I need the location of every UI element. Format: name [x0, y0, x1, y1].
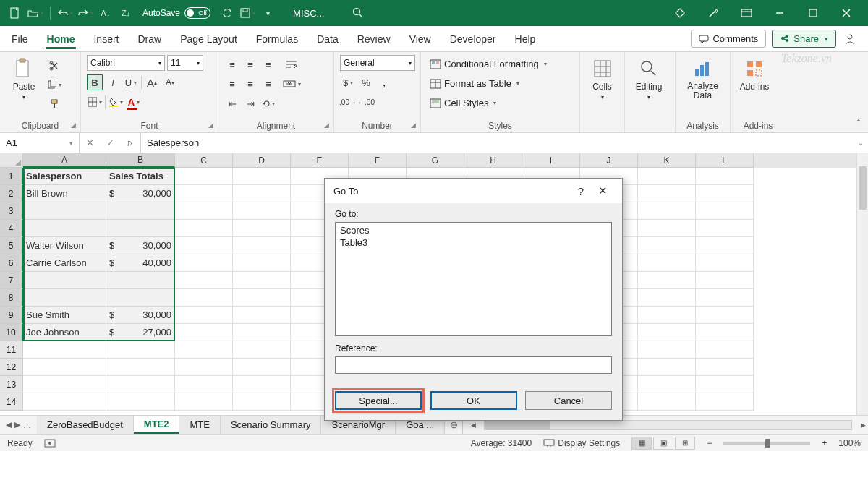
cell[interactable]	[696, 237, 754, 254]
cell[interactable]	[696, 185, 754, 202]
cell[interactable]: Carrie Carlson	[23, 254, 106, 272]
tab-view[interactable]: View	[408, 29, 433, 49]
cell[interactable]	[638, 220, 696, 237]
tab-page-layout[interactable]: Page Layout	[179, 29, 239, 49]
sync-icon[interactable]	[219, 5, 235, 21]
paste-button[interactable]: Paste ▾	[6, 55, 42, 100]
display-settings-button[interactable]: Display Settings	[543, 438, 620, 448]
cell[interactable]	[696, 393, 754, 411]
zoom-out-button[interactable]: −	[707, 438, 712, 448]
row-header[interactable]: 11	[0, 341, 23, 359]
tab-draw[interactable]: Draw	[136, 29, 163, 49]
search-icon[interactable]	[350, 5, 366, 21]
formula-input[interactable]: Salesperson	[141, 133, 854, 153]
goto-list-item[interactable]: Table3	[339, 236, 608, 249]
cell[interactable]	[233, 220, 291, 237]
column-header[interactable]: I	[522, 153, 580, 168]
cell[interactable]	[233, 272, 291, 289]
row-header[interactable]: 13	[0, 376, 23, 393]
cell[interactable]	[23, 202, 106, 220]
cell[interactable]	[175, 254, 233, 272]
collapse-ribbon-icon[interactable]: ⌃	[855, 118, 862, 128]
grow-font-button[interactable]: A▴	[144, 74, 160, 90]
dialog-launcher-icon[interactable]: ◢	[71, 121, 76, 129]
cell[interactable]	[233, 393, 291, 411]
cell[interactable]	[23, 376, 106, 393]
tab-file[interactable]: File	[10, 29, 30, 49]
cell[interactable]	[696, 254, 754, 272]
orientation-icon[interactable]: ⟲	[260, 95, 276, 111]
macro-record-icon[interactable]	[44, 439, 56, 448]
cell[interactable]	[106, 341, 175, 359]
percent-format-icon[interactable]: %	[358, 74, 374, 90]
view-layout-icon[interactable]: ▣	[653, 437, 673, 450]
italic-button[interactable]: I	[105, 74, 121, 90]
open-file-icon[interactable]	[27, 5, 43, 21]
row-header[interactable]: 1	[0, 168, 23, 185]
confirm-entry-icon[interactable]: ✓	[100, 137, 120, 148]
cell[interactable]: Walter Wilson	[23, 237, 106, 254]
addins-button[interactable]: Add-ins	[736, 55, 773, 92]
zoom-slider[interactable]	[723, 442, 810, 445]
cell[interactable]	[638, 185, 696, 202]
cell[interactable]	[233, 168, 291, 185]
fx-icon[interactable]: fx	[120, 137, 140, 148]
cell[interactable]	[175, 324, 233, 341]
cell[interactable]: $30,000	[106, 185, 175, 202]
cell[interactable]	[696, 168, 754, 185]
underline-button[interactable]: U	[123, 74, 139, 90]
cell[interactable]: $40,000	[106, 254, 175, 272]
cell[interactable]	[696, 202, 754, 220]
cell[interactable]	[175, 272, 233, 289]
cell[interactable]	[175, 202, 233, 220]
tab-developer[interactable]: Developer	[448, 29, 498, 49]
expand-formula-bar-icon[interactable]: ⌄	[854, 133, 868, 153]
diamond-icon[interactable]	[665, 0, 694, 26]
cell[interactable]	[233, 237, 291, 254]
new-file-icon[interactable]	[7, 5, 23, 21]
cell[interactable]: Bill Brown	[23, 185, 106, 202]
tab-data[interactable]: Data	[315, 29, 340, 49]
cell[interactable]	[175, 307, 233, 324]
copy-icon[interactable]	[46, 77, 62, 93]
editing-button[interactable]: Editing▾	[631, 55, 667, 100]
cell[interactable]	[175, 220, 233, 237]
font-color-button[interactable]: A	[126, 94, 142, 110]
font-size-combo[interactable]: 11▾	[167, 55, 203, 71]
goto-listbox[interactable]: ScoresTable3	[335, 222, 612, 336]
cell[interactable]	[696, 272, 754, 289]
align-center-icon[interactable]: ≡	[242, 76, 258, 92]
cell[interactable]	[106, 359, 175, 376]
cell[interactable]	[233, 289, 291, 307]
cell[interactable]	[175, 393, 233, 411]
column-header[interactable]: G	[407, 153, 464, 168]
row-header[interactable]: 2	[0, 185, 23, 202]
cell[interactable]	[23, 359, 106, 376]
column-header[interactable]: C	[175, 153, 233, 168]
cell[interactable]	[106, 272, 175, 289]
format-painter-icon[interactable]	[46, 95, 62, 111]
borders-button[interactable]	[87, 94, 103, 110]
row-header[interactable]: 12	[0, 359, 23, 376]
cell[interactable]: Sue Smith	[23, 307, 106, 324]
cell[interactable]	[175, 168, 233, 185]
row-header[interactable]: 14	[0, 393, 23, 411]
cell[interactable]	[23, 393, 106, 411]
tab-formulas[interactable]: Formulas	[255, 29, 299, 49]
wrap-text-icon[interactable]	[281, 56, 302, 72]
align-bottom-icon[interactable]: ≡	[260, 56, 276, 72]
cell[interactable]	[23, 272, 106, 289]
maximize-button[interactable]	[799, 0, 827, 26]
undo-icon[interactable]	[57, 5, 73, 21]
cell[interactable]	[233, 359, 291, 376]
zoom-level[interactable]: 100%	[838, 438, 861, 448]
cell[interactable]	[175, 341, 233, 359]
column-header[interactable]: E	[291, 153, 349, 168]
column-header[interactable]: D	[233, 153, 291, 168]
accounting-format-icon[interactable]: $	[340, 74, 356, 90]
sort-asc-icon[interactable]: A↓	[98, 5, 114, 21]
cells-button[interactable]: Cells▾	[586, 55, 618, 100]
cell[interactable]	[106, 393, 175, 411]
ok-button[interactable]: OK	[430, 391, 517, 410]
cell[interactable]	[638, 393, 696, 411]
